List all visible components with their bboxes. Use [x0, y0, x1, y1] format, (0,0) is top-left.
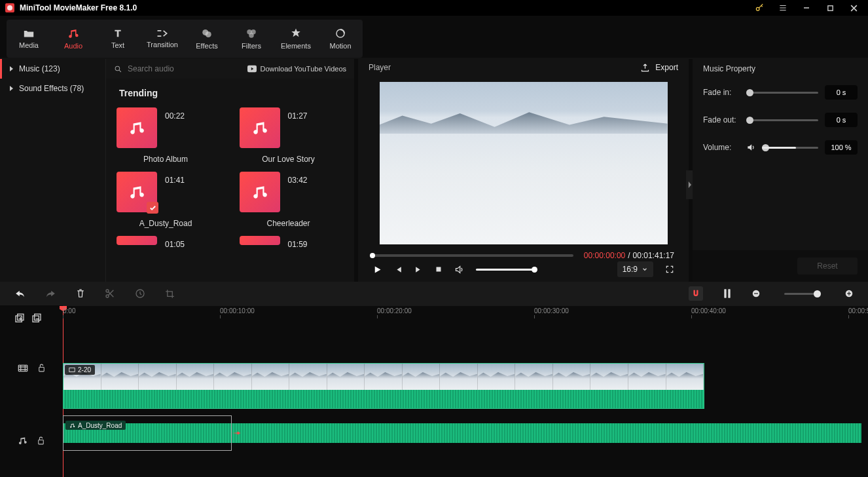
zoom-in-button[interactable]	[844, 289, 854, 298]
tab-effects[interactable]: Effects	[185, 20, 229, 58]
next-frame-button[interactable]	[414, 265, 423, 274]
timeline-ruler[interactable]: 0:0000:00:10:0000:00:20:0000:00:30:0000:…	[0, 305, 868, 332]
minimize-button[interactable]	[797, 0, 816, 16]
ruler-tick: 00:00:30:00	[534, 306, 569, 313]
app-title: MiniTool MovieMaker Free 8.1.0	[20, 3, 745, 12]
app-logo	[5, 3, 14, 12]
search-icon	[114, 65, 122, 73]
time-total: 00:01:41:17	[633, 251, 674, 260]
seek-bar[interactable]	[372, 254, 573, 257]
tab-elements[interactable]: Elements	[274, 20, 318, 58]
fade-in-value[interactable]: 0 s	[825, 85, 858, 100]
property-title: Music Property	[693, 59, 868, 79]
audio-thumb	[240, 107, 280, 148]
delete-button[interactable]	[76, 288, 85, 299]
fade-in-slider[interactable]	[746, 92, 818, 94]
crop-button[interactable]	[165, 289, 175, 299]
tab-label: Audio	[64, 42, 82, 50]
player-title: Player	[369, 63, 391, 72]
redo-button[interactable]	[45, 289, 56, 298]
audio-clip[interactable]: 03:42 Cheerleader	[240, 172, 338, 228]
speed-button[interactable]	[135, 288, 145, 299]
audio-thumb	[117, 107, 157, 148]
ruler-tick: 0:00	[63, 306, 75, 313]
menu-icon[interactable]	[774, 0, 792, 16]
reset-button[interactable]: Reset	[797, 258, 858, 275]
stop-button[interactable]	[435, 265, 443, 273]
chevron-down-icon	[642, 266, 648, 273]
tab-label: Transition	[147, 41, 178, 48]
preview-area	[358, 77, 689, 250]
export-button[interactable]: Export	[640, 63, 678, 73]
preview-image	[380, 82, 668, 244]
audio-track[interactable]: A_Dusty_Road	[63, 421, 861, 446]
tab-media[interactable]: Media	[7, 20, 51, 58]
zoom-slider[interactable]	[784, 293, 821, 295]
volume-prop-value[interactable]: 100 %	[825, 140, 858, 155]
sidebar-item-music[interactable]: Music (123)	[0, 59, 105, 79]
undo-button[interactable]	[14, 289, 26, 298]
video-clip[interactable]: 2-20	[63, 363, 704, 409]
clip-duration: 01:41	[165, 172, 185, 185]
add-track-button[interactable]	[14, 313, 25, 324]
tab-text[interactable]: Text	[96, 20, 140, 58]
clip-name: Photo Album	[117, 155, 215, 164]
video-clip-label: 2-20	[65, 365, 95, 375]
split-button[interactable]	[105, 288, 115, 299]
volume-icon[interactable]	[454, 265, 464, 275]
lock-icon[interactable]	[37, 436, 45, 446]
tab-label: Media	[19, 41, 39, 49]
magnet-button[interactable]	[689, 286, 703, 301]
prev-frame-button[interactable]	[394, 265, 403, 274]
video-track[interactable]: 2-20	[63, 363, 861, 409]
svg-rect-26	[18, 365, 27, 371]
maximize-button[interactable]	[821, 0, 839, 16]
time-sep: /	[628, 251, 630, 260]
audio-clip[interactable]: 01:05	[117, 236, 215, 249]
sidebar-item-sfx[interactable]: Sound Effects (78)	[0, 79, 105, 98]
tab-transition[interactable]: Transition	[140, 20, 185, 58]
tab-label: Filters	[242, 42, 261, 50]
key-icon[interactable]	[750, 0, 769, 16]
volume-slider[interactable]	[476, 269, 535, 271]
tab-audio[interactable]: Audio	[51, 20, 96, 58]
audio-clip[interactable]: 01:27 Our Love Story	[240, 107, 338, 164]
fullscreen-button[interactable]	[665, 265, 674, 274]
tab-label: Text	[111, 41, 124, 49]
drag-handle-icon[interactable]	[230, 428, 241, 438]
link-tracks-button[interactable]	[723, 288, 732, 299]
download-youtube-link[interactable]: Download YouTube Videos	[247, 65, 347, 73]
clip-duration: 03:42	[288, 172, 308, 185]
volume-prop-slider[interactable]	[762, 147, 818, 149]
audio-track-clip[interactable]: A_Dusty_Road	[63, 421, 861, 446]
audio-track-header	[0, 404, 63, 477]
audio-clip[interactable]: 01:59	[240, 236, 338, 249]
play-button[interactable]	[372, 265, 382, 275]
zoom-out-button[interactable]	[751, 289, 761, 298]
audio-thumb	[117, 172, 157, 212]
audio-thumb	[240, 172, 280, 212]
clip-duration: 00:22	[165, 107, 185, 121]
aspect-ratio-select[interactable]: 16:9	[617, 261, 653, 277]
audio-clip[interactable]: 00:22 Photo Album	[117, 107, 215, 164]
svg-point-4	[206, 31, 211, 37]
svg-rect-15	[724, 289, 726, 297]
audio-clip[interactable]: 01:41 A_Dusty_Road	[117, 172, 215, 228]
property-panel: Music Property Fade in: 0 s Fade out: 0 …	[693, 59, 868, 282]
panel-collapse-button[interactable]	[686, 170, 693, 199]
svg-rect-18	[754, 293, 758, 294]
library-toolbar: Download YouTube Videos	[106, 59, 354, 79]
lock-icon[interactable]	[37, 363, 46, 373]
fade-out-value[interactable]: 0 s	[825, 113, 858, 127]
tab-label: Effects	[196, 42, 217, 50]
checkmark-icon	[147, 202, 158, 214]
tab-filters[interactable]: Filters	[229, 20, 274, 58]
search-input[interactable]	[128, 64, 242, 73]
remove-track-button[interactable]	[31, 313, 42, 324]
tab-motion[interactable]: Motion	[318, 20, 363, 58]
fade-out-slider[interactable]	[746, 119, 818, 121]
svg-rect-11	[437, 267, 441, 272]
svg-point-9	[115, 66, 120, 71]
svg-rect-27	[39, 367, 44, 371]
close-button[interactable]	[844, 0, 863, 16]
